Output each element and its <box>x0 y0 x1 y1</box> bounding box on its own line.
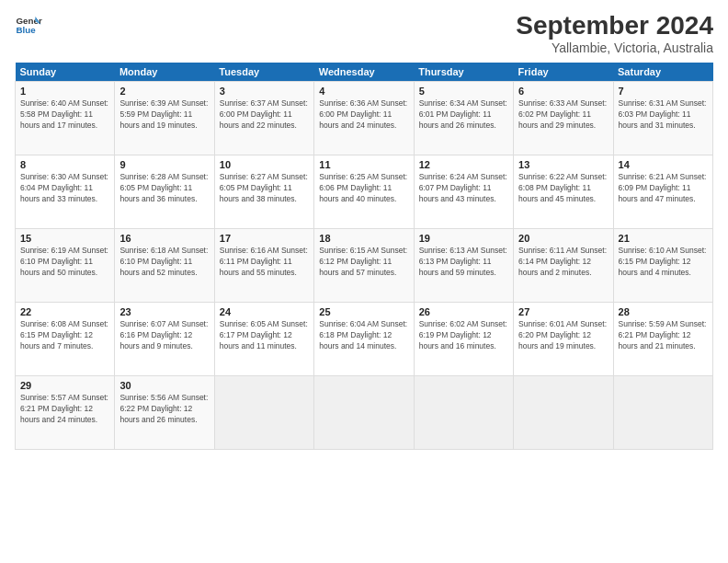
table-row: 9Sunrise: 6:28 AM Sunset: 6:05 PM Daylig… <box>115 155 214 229</box>
header-tuesday: Tuesday <box>214 63 313 82</box>
table-row: 14Sunrise: 6:21 AM Sunset: 6:09 PM Dayli… <box>613 155 712 229</box>
table-row: 29Sunrise: 5:57 AM Sunset: 6:21 PM Dayli… <box>16 376 115 450</box>
table-row: 15Sunrise: 6:19 AM Sunset: 6:10 PM Dayli… <box>16 229 115 303</box>
table-row: 18Sunrise: 6:15 AM Sunset: 6:12 PM Dayli… <box>314 229 414 303</box>
table-row: 20Sunrise: 6:11 AM Sunset: 6:14 PM Dayli… <box>514 229 613 303</box>
header-monday: Monday <box>115 63 214 82</box>
calendar-page: General Blue September 2024 Yallambie, V… <box>0 0 728 563</box>
header: General Blue September 2024 Yallambie, V… <box>15 11 713 55</box>
table-row: 2Sunrise: 6:39 AM Sunset: 5:59 PM Daylig… <box>115 82 214 155</box>
table-row: 17Sunrise: 6:16 AM Sunset: 6:11 PM Dayli… <box>214 229 313 303</box>
table-row: 3Sunrise: 6:37 AM Sunset: 6:00 PM Daylig… <box>214 82 313 155</box>
table-row: 16Sunrise: 6:18 AM Sunset: 6:10 PM Dayli… <box>115 229 214 303</box>
table-row: 27Sunrise: 6:01 AM Sunset: 6:20 PM Dayli… <box>514 303 613 376</box>
header-friday: Friday <box>514 63 613 82</box>
table-row: 12Sunrise: 6:24 AM Sunset: 6:07 PM Dayli… <box>414 155 513 229</box>
table-row <box>514 376 613 450</box>
logo: General Blue <box>15 11 42 39</box>
header-sunday: Sunday <box>16 63 115 82</box>
table-row: 19Sunrise: 6:13 AM Sunset: 6:13 PM Dayli… <box>414 229 513 303</box>
table-row <box>314 376 414 450</box>
table-row: 23Sunrise: 6:07 AM Sunset: 6:16 PM Dayli… <box>115 303 214 376</box>
svg-text:General: General <box>17 16 43 26</box>
table-row: 7Sunrise: 6:31 AM Sunset: 6:03 PM Daylig… <box>613 82 712 155</box>
table-row: 5Sunrise: 6:34 AM Sunset: 6:01 PM Daylig… <box>414 82 513 155</box>
table-row: 21Sunrise: 6:10 AM Sunset: 6:15 PM Dayli… <box>613 229 712 303</box>
table-row: 11Sunrise: 6:25 AM Sunset: 6:06 PM Dayli… <box>314 155 414 229</box>
table-row: 25Sunrise: 6:04 AM Sunset: 6:18 PM Dayli… <box>314 303 414 376</box>
header-thursday: Thursday <box>414 63 513 82</box>
table-row: 28Sunrise: 5:59 AM Sunset: 6:21 PM Dayli… <box>613 303 712 376</box>
table-row: 30Sunrise: 5:56 AM Sunset: 6:22 PM Dayli… <box>115 376 214 450</box>
title-area: September 2024 Yallambie, Victoria, Aust… <box>516 11 713 55</box>
table-row: 4Sunrise: 6:36 AM Sunset: 6:00 PM Daylig… <box>314 82 414 155</box>
header-row: Sunday Monday Tuesday Wednesday Thursday… <box>16 63 713 82</box>
table-row: 26Sunrise: 6:02 AM Sunset: 6:19 PM Dayli… <box>414 303 513 376</box>
table-row <box>414 376 513 450</box>
header-saturday: Saturday <box>613 63 712 82</box>
svg-text:Blue: Blue <box>17 25 37 35</box>
table-row: 8Sunrise: 6:30 AM Sunset: 6:04 PM Daylig… <box>16 155 115 229</box>
table-row: 13Sunrise: 6:22 AM Sunset: 6:08 PM Dayli… <box>514 155 613 229</box>
subtitle: Yallambie, Victoria, Australia <box>516 40 713 55</box>
calendar-table: Sunday Monday Tuesday Wednesday Thursday… <box>15 63 713 450</box>
table-row: 1Sunrise: 6:40 AM Sunset: 5:58 PM Daylig… <box>16 82 115 155</box>
table-row: 6Sunrise: 6:33 AM Sunset: 6:02 PM Daylig… <box>514 82 613 155</box>
table-row: 10Sunrise: 6:27 AM Sunset: 6:05 PM Dayli… <box>214 155 313 229</box>
logo-icon: General Blue <box>15 11 42 39</box>
main-title: September 2024 <box>516 11 713 40</box>
table-row: 22Sunrise: 6:08 AM Sunset: 6:15 PM Dayli… <box>16 303 115 376</box>
table-row: 24Sunrise: 6:05 AM Sunset: 6:17 PM Dayli… <box>214 303 313 376</box>
table-row <box>613 376 712 450</box>
table-row <box>214 376 313 450</box>
header-wednesday: Wednesday <box>314 63 414 82</box>
